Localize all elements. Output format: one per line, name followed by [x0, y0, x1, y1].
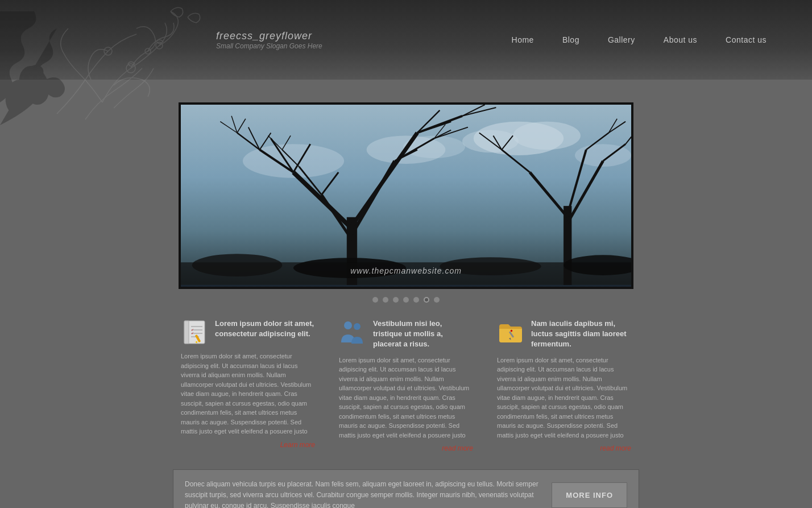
svg-point-72 [354, 323, 361, 330]
slideshow-dots [0, 289, 812, 311]
folder-icon [497, 319, 524, 346]
slideshow-watermark: www.thepcmanwebsite.com [350, 266, 462, 275]
info-text: Donec aliquam vehicula turpis eu placera… [185, 479, 540, 508]
col-2-body: Lorem ipsum dolor sit amet, consectetur … [339, 356, 473, 440]
svg-point-57 [192, 254, 282, 276]
col-2-header: Vestibulum nisi leo, tristique ut mollis… [339, 319, 473, 350]
col-2: Vestibulum nisi leo, tristique ut mollis… [331, 311, 481, 460]
svg-point-0 [126, 64, 135, 73]
nav-about[interactable]: About us [664, 35, 697, 44]
svg-rect-62 [184, 321, 189, 344]
dot-7[interactable] [434, 297, 440, 303]
col-3: Nam iaculis dapibus mi, luctus sagittis … [489, 311, 639, 460]
slideshow-image: www.thepcmanwebsite.com [181, 105, 631, 287]
more-info-button[interactable]: MORE INFO [552, 482, 627, 508]
col-3-header: Nam iaculis dapibus mi, luctus sagittis … [497, 319, 631, 350]
svg-point-1 [156, 42, 163, 49]
nav-contact[interactable]: Contact us [726, 35, 767, 44]
col-3-body: Lorem ipsum dolor sit amet, consectetur … [497, 356, 631, 440]
dot-3[interactable] [393, 297, 399, 303]
col-1-body: Lorem ipsum dolor sit amet, consectetur … [181, 352, 315, 436]
header: freecss_greyflower Small Company Slogan … [0, 0, 812, 80]
col-1-header: ✓ ✓ Lorem ipsum dolor sit amet, consecte… [181, 319, 315, 346]
nav-blog[interactable]: Blog [562, 35, 579, 44]
col-1-title: Lorem ipsum dolor sit amet, consectetur … [215, 319, 315, 339]
svg-point-2 [145, 48, 151, 54]
brand-slogan: Small Company Slogan Goes Here [216, 42, 322, 50]
col-2-link[interactable]: read more [339, 444, 473, 452]
info-bar: Donec aliquam vehicula turpis eu placera… [173, 469, 639, 508]
col-1-link[interactable]: Learn more [181, 441, 315, 449]
svg-point-71 [344, 321, 352, 329]
people-icon [339, 319, 366, 346]
slideshow: www.thepcmanwebsite.com [179, 102, 633, 289]
notebook-icon: ✓ ✓ [181, 319, 208, 346]
svg-text:✓: ✓ [191, 332, 194, 335]
col-1: ✓ ✓ Lorem ipsum dolor sit amet, consecte… [173, 311, 323, 460]
columns-section: ✓ ✓ Lorem ipsum dolor sit amet, consecte… [173, 311, 639, 469]
brand: freecss_greyflower Small Company Slogan … [216, 30, 322, 50]
nav-gallery[interactable]: Gallery [608, 35, 635, 44]
svg-point-8 [513, 122, 581, 150]
dot-5[interactable] [413, 297, 419, 303]
col-3-title: Nam iaculis dapibus mi, luctus sagittis … [531, 319, 631, 350]
main-wrapper: www.thepcmanwebsite.com [0, 80, 812, 508]
dot-6[interactable] [424, 297, 429, 303]
svg-point-3 [104, 47, 112, 55]
nav-home[interactable]: Home [512, 35, 534, 44]
col-2-title: Vestibulum nisi leo, tristique ut mollis… [373, 319, 473, 350]
dot-2[interactable] [383, 297, 388, 303]
dot-1[interactable] [372, 297, 378, 303]
col-3-link[interactable]: read more [497, 444, 631, 452]
main-nav: Home Blog Gallery About us Contact us [512, 35, 767, 44]
brand-name: freecss_greyflower [216, 30, 322, 42]
dot-4[interactable] [403, 297, 409, 303]
